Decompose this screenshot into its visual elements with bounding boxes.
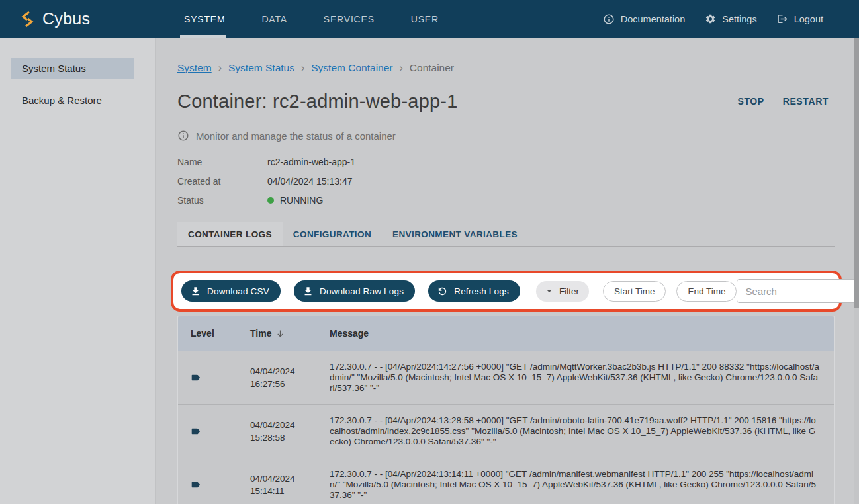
search-box <box>737 279 859 303</box>
log-time-cell: 04/04/2024 15:14:11 <box>250 472 330 497</box>
breadcrumb-system[interactable]: System <box>177 62 212 74</box>
container-actions: STOP RESTART <box>737 96 829 106</box>
refresh-icon <box>437 286 448 297</box>
gear-icon <box>705 13 716 24</box>
page-subtitle: Monitor and manage the status of a conta… <box>196 130 396 142</box>
active-tab-indicator <box>180 35 226 38</box>
nav-tab-services[interactable]: SERVICES <box>324 14 375 24</box>
log-time-cell: 04/04/2024 16:27:56 <box>250 365 330 390</box>
status-running-dot <box>267 197 274 204</box>
detail-value-created: 04/04/2024 15:13:47 <box>267 176 352 187</box>
column-header-time[interactable]: Time <box>250 328 330 339</box>
tab-environment-variables[interactable]: ENVIRONMENT VARIABLES <box>382 222 528 246</box>
title-row: Container: rc2-admin-web-app-1 STOP REST… <box>177 87 835 115</box>
breadcrumb-system-status[interactable]: System Status <box>228 62 294 74</box>
detail-row-created: Created at 04/04/2024 15:13:47 <box>177 175 835 187</box>
download-icon <box>190 286 201 297</box>
download-csv-button[interactable]: Download CSV <box>181 280 281 302</box>
log-time-cell: 04/04/2024 15:28:58 <box>250 419 330 444</box>
column-header-message: Message <box>330 328 834 339</box>
restart-button[interactable]: RESTART <box>783 96 829 106</box>
vertical-scrollbar <box>854 38 859 504</box>
log-time-clock: 16:27:56 <box>250 378 330 390</box>
log-level-cell <box>178 373 250 382</box>
log-time-date: 04/04/2024 <box>250 365 330 378</box>
start-time-button[interactable]: Start Time <box>603 281 666 302</box>
refresh-logs-button[interactable]: Refresh Logs <box>428 280 520 302</box>
brand-logo[interactable]: Cybus <box>20 0 90 38</box>
sort-desc-arrow-icon <box>275 329 285 339</box>
filter-dropdown[interactable]: Filter <box>536 281 589 302</box>
detail-tabs: CONTAINER LOGS CONFIGURATION ENVIRONMENT… <box>177 222 835 247</box>
breadcrumb-separator: › <box>218 62 222 74</box>
detail-value-name: rc2-admin-web-app-1 <box>267 157 355 167</box>
log-time-date: 04/04/2024 <box>250 419 330 431</box>
main-content: System › System Status › System Containe… <box>156 38 859 504</box>
table-row: 04/04/2024 15:28:58 172.30.0.7 - - [04/A… <box>178 404 834 458</box>
detail-row-name: Name rc2-admin-web-app-1 <box>177 156 835 167</box>
sidebar-item-backup-restore[interactable]: Backup & Restore <box>11 89 134 110</box>
top-navbar: Cybus SYSTEM DATA SERVICES USER Document… <box>0 0 859 38</box>
navbar-actions: Documentation Settings Logout <box>603 0 823 38</box>
column-header-level: Level <box>178 328 250 339</box>
detail-label: Name <box>177 157 267 167</box>
cybus-logo-icon <box>20 10 36 28</box>
breadcrumb-separator: › <box>301 62 304 74</box>
search-input[interactable] <box>745 286 859 297</box>
info-icon <box>177 130 189 142</box>
logout-label: Logout <box>794 14 823 24</box>
app-window: Cybus SYSTEM DATA SERVICES USER Document… <box>0 0 859 504</box>
settings-label: Settings <box>722 14 756 24</box>
primary-nav: SYSTEM DATA SERVICES USER <box>184 0 439 38</box>
breadcrumb-system-container[interactable]: System Container <box>311 62 392 74</box>
detail-row-status: Status RUNNING <box>177 194 835 206</box>
settings-link[interactable]: Settings <box>705 13 756 24</box>
documentation-link[interactable]: Documentation <box>603 13 686 25</box>
page-title: Container: rc2-admin-web-app-1 <box>177 91 457 112</box>
sidebar-item-system-status[interactable]: System Status <box>11 58 134 79</box>
log-message-cell: 172.30.0.7 - - [04/Apr/2024:13:28:58 +00… <box>330 415 834 448</box>
download-csv-label: Download CSV <box>207 286 269 296</box>
breadcrumb-current: Container <box>410 62 454 74</box>
log-message-cell: 172.30.0.7 - - [04/Apr/2024:13:14:11 +00… <box>330 469 834 501</box>
log-level-cell <box>178 427 250 436</box>
subtitle-row: Monitor and manage the status of a conta… <box>177 130 835 142</box>
logs-table: Level Time Message 04/04/2024 16:27:56 1… <box>177 316 835 504</box>
refresh-logs-label: Refresh Logs <box>454 286 509 296</box>
filter-label: Filter <box>559 286 579 296</box>
log-level-cell <box>178 480 250 489</box>
container-details: Name rc2-admin-web-app-1 Created at 04/0… <box>177 156 835 206</box>
toolbar-highlight-annotation: Download CSV Download Raw Logs Refresh L… <box>171 271 842 312</box>
detail-label: Created at <box>177 176 267 187</box>
tab-container-logs[interactable]: CONTAINER LOGS <box>177 222 283 246</box>
info-icon <box>603 13 615 25</box>
log-message-cell: 172.30.0.7 - - [04/Apr/2024:14:27:56 +00… <box>330 362 834 394</box>
log-level-label-icon <box>191 373 201 382</box>
nav-tab-system[interactable]: SYSTEM <box>184 14 225 24</box>
documentation-label: Documentation <box>621 14 686 24</box>
scrollbar-thumb[interactable] <box>854 38 859 308</box>
brand-name: Cybus <box>42 9 90 28</box>
log-time-date: 04/04/2024 <box>250 472 330 485</box>
chevron-down-icon <box>544 286 555 296</box>
end-time-button[interactable]: End Time <box>676 281 737 302</box>
column-header-time-label: Time <box>250 328 271 339</box>
download-raw-logs-label: Download Raw Logs <box>320 286 404 296</box>
nav-tab-data[interactable]: DATA <box>261 14 287 24</box>
download-raw-logs-button[interactable]: Download Raw Logs <box>294 280 415 302</box>
breadcrumb-separator: › <box>399 62 402 74</box>
log-time-clock: 15:28:58 <box>250 431 330 444</box>
nav-tab-user[interactable]: USER <box>411 14 439 24</box>
table-row: 04/04/2024 16:27:56 172.30.0.7 - - [04/A… <box>178 351 834 404</box>
sidebar: System Status Backup & Restore <box>0 38 156 504</box>
log-level-label-icon <box>191 427 201 436</box>
table-row: 04/04/2024 15:14:11 172.30.0.7 - - [04/A… <box>178 458 834 504</box>
download-icon <box>302 286 314 297</box>
breadcrumb: System › System Status › System Containe… <box>177 62 835 74</box>
logout-link[interactable]: Logout <box>777 13 823 24</box>
stop-button[interactable]: STOP <box>737 96 764 106</box>
tab-configuration[interactable]: CONFIGURATION <box>283 222 382 246</box>
logout-icon <box>777 13 788 24</box>
log-level-label-icon <box>191 480 201 489</box>
detail-label: Status <box>177 195 267 206</box>
